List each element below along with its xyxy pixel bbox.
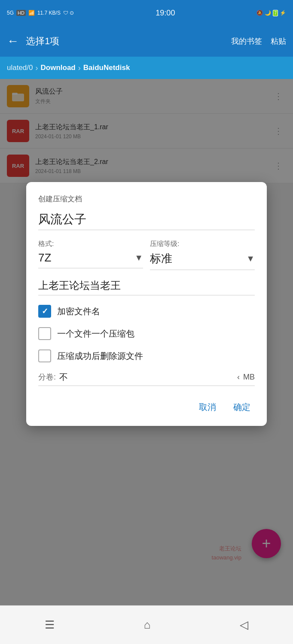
encrypt-filename-row: ✓ 加密文件名	[38, 305, 255, 318]
level-col: 压缩等级: 标准 ▼	[150, 240, 255, 270]
file-list: 风流公子 文件夹 ⋮ RAR 上老王论坛当老王_1.rar 2024-01-01…	[0, 79, 293, 605]
level-select[interactable]: 标准 ▼	[150, 251, 255, 270]
delete-source-label: 压缩成功后删除源文件	[57, 350, 143, 362]
wifi-icon: 📶	[28, 10, 35, 16]
volume-unit: MB	[243, 373, 255, 382]
level-label: 压缩等级:	[150, 240, 255, 249]
breadcrumb: ulated/0 › Download › BaiduNetdisk	[0, 57, 293, 79]
breadcrumb-sep2: ›	[78, 64, 81, 73]
format-level-row: 格式: 7Z ▼ 压缩等级: 标准 ▼	[38, 240, 255, 270]
password-row	[38, 279, 255, 295]
breadcrumb-path3[interactable]: BaiduNetdisk	[83, 64, 130, 72]
speed-text: 11.7 KB/S	[37, 10, 61, 16]
bottom-nav: ☰ ⌂ ◁	[0, 605, 293, 644]
menu-icon: ☰	[45, 618, 55, 632]
format-value: 7Z	[38, 251, 51, 264]
one-file-label: 一个文件一个压缩包	[57, 328, 134, 340]
filename-input[interactable]	[38, 213, 255, 226]
status-bar: 5G HD 📶 11.7 KB/S 🛡 ⊙ 19:00 🔕 🌙 7 ⚡	[0, 0, 293, 26]
moon-icon: 🌙	[265, 10, 271, 16]
nav-bar: ← 选择1项 我的书签 粘贴	[0, 26, 293, 57]
nav-back-button[interactable]: ◁	[240, 618, 248, 632]
back-nav-icon: ◁	[240, 618, 248, 632]
volume-input[interactable]	[59, 372, 234, 382]
bookmark-button[interactable]: 我的书签	[231, 36, 262, 46]
status-right: 🔕 🌙 7 ⚡	[256, 10, 286, 16]
nav-actions: 我的书签 粘贴	[231, 36, 286, 46]
status-time: 19:00	[156, 9, 175, 18]
one-file-checkbox[interactable]	[38, 327, 51, 340]
level-value: 标准	[150, 251, 172, 266]
home-icon: ⌂	[144, 618, 151, 632]
dialog-title: 创建压缩文档	[38, 194, 255, 204]
encrypt-filename-checkbox[interactable]: ✓	[38, 305, 51, 318]
extra-icons: 🛡 ⊙	[63, 10, 74, 16]
level-dropdown-icon: ▼	[246, 254, 255, 264]
nav-home-button[interactable]: ⌂	[144, 618, 151, 632]
nav-menu-button[interactable]: ☰	[45, 618, 55, 632]
format-select[interactable]: 7Z ▼	[38, 251, 143, 268]
hd-badge: HD	[16, 10, 26, 16]
back-button[interactable]: ←	[7, 34, 19, 48]
charging-icon: ⚡	[280, 10, 286, 16]
breadcrumb-sep1: ›	[36, 64, 38, 73]
battery-icon: 7	[273, 10, 278, 16]
encrypt-filename-label: 加密文件名	[57, 306, 100, 317]
volume-label: 分卷:	[38, 372, 56, 382]
format-col: 格式: 7Z ▼	[38, 240, 143, 270]
cancel-button[interactable]: 取消	[195, 399, 220, 416]
create-archive-dialog: 创建压缩文档 格式: 7Z ▼ 压缩等级: 标准 ▼	[26, 182, 267, 426]
volume-left-arrow[interactable]: ‹	[237, 373, 240, 382]
checkmark-icon: ✓	[42, 307, 48, 316]
delete-source-checkbox[interactable]	[38, 349, 51, 362]
signal-icon: 5G	[7, 10, 14, 16]
password-input[interactable]	[38, 279, 255, 292]
breadcrumb-path2[interactable]: Download	[41, 64, 76, 72]
status-left: 5G HD 📶 11.7 KB/S 🛡 ⊙	[7, 10, 74, 16]
one-file-row: 一个文件一个压缩包	[38, 327, 255, 340]
breadcrumb-path1: ulated/0	[7, 64, 33, 72]
dialog-buttons: 取消 确定	[38, 399, 255, 416]
format-dropdown-icon: ▼	[134, 253, 143, 263]
mute-icon: 🔕	[256, 10, 263, 16]
confirm-button[interactable]: 确定	[229, 399, 255, 416]
paste-button[interactable]: 粘贴	[271, 36, 286, 46]
nav-title: 选择1项	[26, 35, 231, 48]
delete-source-row: 压缩成功后删除源文件	[38, 349, 255, 362]
volume-row: 分卷: ‹ MB	[38, 372, 255, 386]
format-label: 格式:	[38, 240, 143, 249]
filename-row	[38, 213, 255, 230]
